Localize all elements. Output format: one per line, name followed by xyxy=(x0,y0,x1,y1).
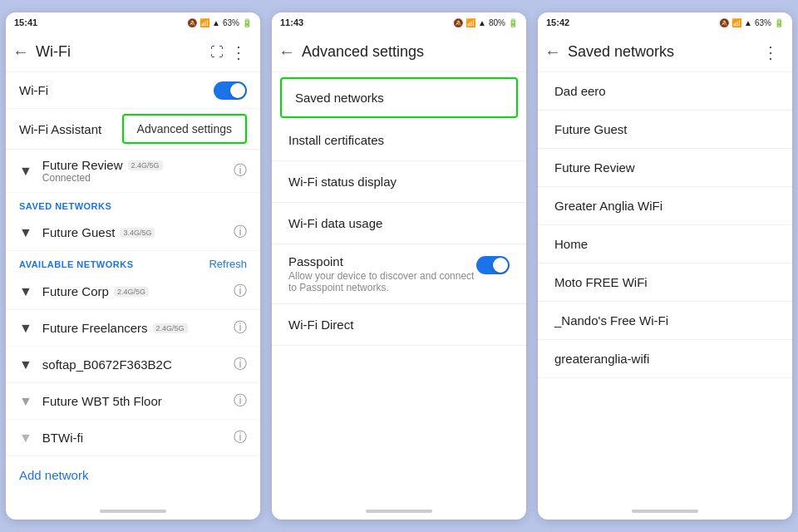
wifi-icon-softap: ▼ xyxy=(19,357,32,372)
avail-future-freelancers[interactable]: ▼ Future Freelancers 2.4G/5G ⓘ xyxy=(6,310,260,347)
status-bar-3: 15:42 🔕 📶 ▲ 63% 🔋 xyxy=(538,12,792,32)
wifi-content: Wi-Fi Wi-Fi Assistant Advanced settings … xyxy=(6,72,260,503)
wifi-icon-freelancers: ▼ xyxy=(19,321,32,336)
passpoint-sub: Allow your device to discover and connec… xyxy=(288,270,476,293)
back-button-3[interactable]: ← xyxy=(544,42,561,62)
avail-btwifi[interactable]: ▼ BTWi-fi ⓘ xyxy=(6,420,260,456)
more-menu-1[interactable]: ⋮ xyxy=(224,37,254,67)
wifi-toggle-row[interactable]: Wi-Fi xyxy=(6,72,260,109)
section-available-row: AVAILABLE NETWORKS Refresh xyxy=(6,251,260,273)
status-bar-1: 15:41 🔕 📶 ▲ 63% 🔋 xyxy=(6,12,260,32)
expand-icon-1[interactable]: ⛶ xyxy=(210,45,224,60)
saved-network-info: Future Guest 3.4G/5G xyxy=(42,225,155,239)
avail-corp-name: Future Corp xyxy=(42,284,109,298)
advanced-content: Saved networks Install certificates Wi-F… xyxy=(272,72,526,503)
saved-networks-content: Dad eero Future Guest Future Review Grea… xyxy=(538,72,792,503)
saved-networks-menu-item[interactable]: Saved networks xyxy=(280,77,518,118)
home-indicator-1 xyxy=(6,503,260,520)
home-indicator-3 xyxy=(538,503,792,520)
avail-softap-info[interactable]: ⓘ xyxy=(234,356,247,373)
net-nandos[interactable]: _Nando's Free Wi-Fi xyxy=(538,302,792,340)
refresh-button[interactable]: Refresh xyxy=(209,258,247,270)
wifi-assistant-label: Wi-Fi Assistant xyxy=(19,112,101,146)
page-title-3: Saved networks xyxy=(568,43,756,61)
page-title-2: Advanced settings xyxy=(302,43,520,61)
more-menu-3[interactable]: ⋮ xyxy=(756,37,786,67)
time-3: 15:42 xyxy=(546,17,569,27)
avail-freelancers-badge: 2.4G/5G xyxy=(153,323,188,333)
connected-network-name: Future Review xyxy=(42,158,123,172)
avail-btwifi-name: BTWi-fi xyxy=(42,431,83,445)
connected-network-badge: 2.4G/5G xyxy=(128,160,163,170)
toggle-thumb xyxy=(493,258,508,273)
status-icons-1: 🔕 📶 ▲ 63% 🔋 xyxy=(187,18,252,27)
back-button-2[interactable]: ← xyxy=(278,42,295,62)
saved-network-future-guest[interactable]: ▼ Future Guest 3.4G/5G ⓘ xyxy=(6,214,260,251)
passpoint-row[interactable]: Passpoint Allow your device to discover … xyxy=(272,244,526,304)
connected-network-info: Future Review 2.4G/5G Connected xyxy=(42,158,163,184)
section-saved: SAVED NETWORKS xyxy=(6,193,260,214)
passpoint-toggle[interactable] xyxy=(476,256,510,274)
avail-btwifi-info[interactable]: ⓘ xyxy=(234,429,247,446)
top-bar-3: ← Saved networks ⋮ xyxy=(538,32,792,72)
avail-freelancers-info[interactable]: ⓘ xyxy=(234,319,247,337)
home-indicator-2 xyxy=(272,503,526,520)
wifi-direct-menu-item[interactable]: Wi-Fi Direct xyxy=(272,304,526,346)
avail-future-wbt[interactable]: ▼ Future WBT 5th Floor ⓘ xyxy=(6,383,260,420)
avail-softap[interactable]: ▼ softap_B0672F363B2C ⓘ xyxy=(6,347,260,383)
passpoint-info: Passpoint Allow your device to discover … xyxy=(288,254,476,293)
wifi-assistant-row[interactable]: Wi-Fi Assistant Advanced settings xyxy=(6,109,260,150)
avail-softap-name: softap_B0672F363B2C xyxy=(42,357,172,372)
add-network-button[interactable]: Add network xyxy=(6,456,260,494)
avail-future-corp[interactable]: ▼ Future Corp 2.4G/5G ⓘ xyxy=(6,273,260,310)
net-future-review[interactable]: Future Review xyxy=(538,149,792,187)
net-moto-free-wifi[interactable]: Moto FREE WiFi xyxy=(538,264,792,302)
status-icons-2: 🔕 📶 ▲ 80% 🔋 xyxy=(453,18,518,27)
status-bar-2: 11:43 🔕 📶 ▲ 80% 🔋 xyxy=(272,12,526,32)
top-bar-1: ← Wi-Fi ⛶ ⋮ xyxy=(6,32,260,72)
back-button-1[interactable]: ← xyxy=(12,42,29,62)
panel-advanced: 11:43 🔕 📶 ▲ 80% 🔋 ← Advanced settings Sa… xyxy=(272,12,526,520)
avail-wbt-info[interactable]: ⓘ xyxy=(234,392,247,410)
time-2: 11:43 xyxy=(280,17,303,27)
install-certs-menu-item[interactable]: Install certificates xyxy=(272,120,526,161)
advanced-settings-button[interactable]: Advanced settings xyxy=(122,114,247,144)
saved-network-badge: 3.4G/5G xyxy=(120,228,155,238)
saved-wifi-icon: ▼ xyxy=(19,225,32,240)
passpoint-title: Passpoint xyxy=(288,254,476,268)
section-available: AVAILABLE NETWORKS xyxy=(19,259,134,269)
net-home[interactable]: Home xyxy=(538,225,792,264)
page-title-1: Wi-Fi xyxy=(36,43,207,61)
panel-saved-networks: 15:42 🔕 📶 ▲ 63% 🔋 ← Saved networks ⋮ Dad… xyxy=(538,12,792,520)
top-bar-2: ← Advanced settings xyxy=(272,32,526,72)
saved-network-name: Future Guest xyxy=(42,225,116,239)
avail-wbt-name: Future WBT 5th Floor xyxy=(42,394,162,408)
avail-freelancers-name: Future Freelancers xyxy=(42,321,148,335)
avail-corp-info[interactable]: ⓘ xyxy=(234,283,247,300)
connected-network-info-icon[interactable]: ⓘ xyxy=(234,162,247,180)
wifi-label: Wi-Fi xyxy=(19,83,48,97)
saved-network-info-icon[interactable]: ⓘ xyxy=(234,224,247,241)
avail-corp-badge: 2.4G/5G xyxy=(114,287,149,297)
net-dad-eero[interactable]: Dad eero xyxy=(538,72,792,111)
status-icons-3: 🔕 📶 ▲ 63% 🔋 xyxy=(719,18,784,27)
net-greateranglia-wifi[interactable]: greateranglia-wifi xyxy=(538,340,792,378)
wifi-toggle[interactable] xyxy=(214,81,247,100)
wifi-icon-btwifi: ▼ xyxy=(19,431,32,446)
connected-network-status: Connected xyxy=(42,172,163,184)
time-1: 15:41 xyxy=(14,17,37,27)
wifi-signal-icon: ▼ xyxy=(19,164,32,179)
wifi-data-usage-menu-item[interactable]: Wi-Fi data usage xyxy=(272,203,526,244)
wifi-icon-corp: ▼ xyxy=(19,284,32,299)
net-greater-anglia-wifi[interactable]: Greater Anglia WiFi xyxy=(538,187,792,225)
advanced-settings-label: Advanced settings xyxy=(137,122,232,135)
connected-network-row[interactable]: ▼ Future Review 2.4G/5G Connected ⓘ xyxy=(6,150,260,193)
wifi-icon-wbt: ▼ xyxy=(19,394,32,409)
panel-wifi: 15:41 🔕 📶 ▲ 63% 🔋 ← Wi-Fi ⛶ ⋮ Wi-Fi Wi-F… xyxy=(6,12,260,520)
net-future-guest[interactable]: Future Guest xyxy=(538,111,792,149)
wifi-status-menu-item[interactable]: Wi-Fi status display xyxy=(272,161,526,203)
